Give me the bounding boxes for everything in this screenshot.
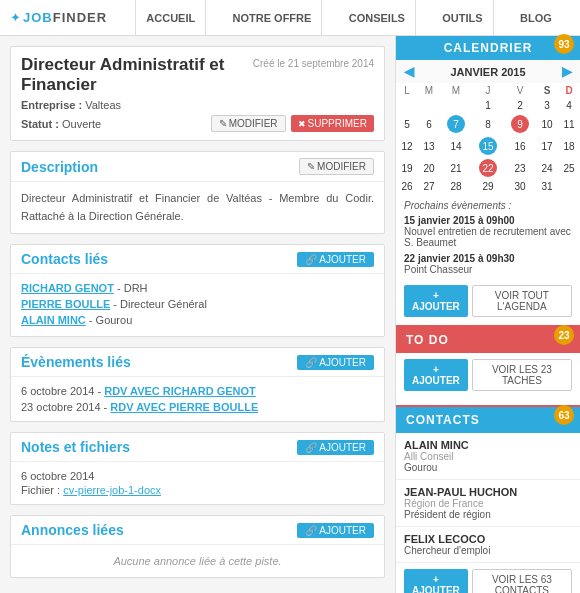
cal-cell[interactable]: 18 [558, 135, 580, 157]
cal-cell[interactable]: 27 [418, 179, 440, 194]
cal-cell[interactable] [418, 98, 440, 113]
description-body: Directeur Administratif et Financier de … [11, 182, 384, 233]
annonces-body: Aucune annonce liée à cette piste. [11, 545, 384, 577]
cal-agenda-button[interactable]: VOIR TOUT L'AGENDA [472, 285, 572, 317]
event-link-2[interactable]: RDV AVEC PIERRE BOULLE [110, 401, 258, 413]
cal-cell[interactable]: 2 [504, 98, 536, 113]
cal-cell[interactable]: 20 [418, 157, 440, 179]
nav-accueil[interactable]: ACCUEIL [135, 0, 206, 36]
contacts-right-widget: CONTACTS 63 ALAIN MINC Alli Conseil Gour… [396, 407, 580, 593]
cal-cell[interactable]: 1 [472, 98, 504, 113]
contact-right-role-1: Gourou [404, 462, 572, 473]
cal-cell[interactable]: 4 [558, 98, 580, 113]
contacts-right-voir-button[interactable]: VOIR LES 63 CONTACTS [472, 569, 572, 593]
todo-taches-button[interactable]: VOIR LES 23 TACHES [472, 359, 572, 391]
cal-cell[interactable]: 26 [396, 179, 418, 194]
cal-cell[interactable]: 8 [472, 113, 504, 135]
cal-week-2: 5 6 7 8 9 10 11 [396, 113, 580, 135]
cal-cell[interactable]: 10 [536, 113, 558, 135]
nav-bar: ACCUEIL NOTRE OFFRE CONSEILS OUTILS BLOG [127, 0, 570, 36]
contact-role-2: Directeur Général [120, 298, 207, 310]
contacts-right-ajouter-button[interactable]: + AJOUTER [404, 569, 468, 593]
cal-ajouter-button[interactable]: + AJOUTER [404, 285, 468, 317]
cal-event-desc-2: Point Chasseur [404, 264, 572, 275]
cal-cell[interactable]: 28 [440, 179, 472, 194]
cal-cell[interactable]: 3 [536, 98, 558, 113]
event-link-1[interactable]: RDV AVEC RICHARD GENOT [104, 385, 256, 397]
cal-cell[interactable]: 21 [440, 157, 472, 179]
annonces-ajouter-button[interactable]: 🔗 AJOUTER [297, 523, 374, 538]
job-action-buttons: ✎ MODIFIER ✖ SUPPRIMER [211, 115, 374, 132]
cal-event-2: 22 janvier 2015 à 09h30 Point Chasseur [404, 253, 572, 275]
contact-right-name-2[interactable]: JEAN-PAUL HUCHON [404, 486, 572, 498]
cal-cell-22[interactable]: 22 [472, 157, 504, 179]
todo-ajouter-button[interactable]: + AJOUTER [404, 359, 468, 391]
cal-cell[interactable]: 14 [440, 135, 472, 157]
contact-right-name-3[interactable]: FELIX LECOCO [404, 533, 572, 545]
cal-cell[interactable]: 23 [504, 157, 536, 179]
contacts-right-action-buttons: + AJOUTER VOIR LES 63 CONTACTS [396, 563, 580, 593]
todo-widget: TO DO 23 + AJOUTER VOIR LES 23 TACHES [396, 327, 580, 407]
contact-right-item-2: JEAN-PAUL HUCHON Région de France Présid… [396, 480, 580, 527]
cal-cell[interactable]: 17 [536, 135, 558, 157]
description-header: Description ✎ MODIFIER [11, 152, 384, 182]
cal-cell[interactable]: 30 [504, 179, 536, 194]
cal-day-m1: M [418, 83, 440, 98]
fichier-link[interactable]: cv-pierre-job-1-docx [63, 484, 161, 496]
cal-today-cell[interactable]: 7 [440, 113, 472, 135]
calendar-header-bar: CALENDRIER [396, 36, 580, 60]
right-panel: CALENDRIER 93 ◀ JANVIER 2015 ▶ L M M J V… [395, 36, 580, 593]
trash-icon: ✖ [298, 119, 306, 129]
cal-cell[interactable]: 29 [472, 179, 504, 194]
evenements-body: 6 octobre 2014 - RDV AVEC RICHARD GENOT … [11, 377, 384, 421]
cal-cell[interactable]: 13 [418, 135, 440, 157]
cal-cell[interactable]: 5 [396, 113, 418, 135]
description-modifier-button[interactable]: ✎ MODIFIER [299, 158, 374, 175]
contacts-header: Contacts liés 🔗 AJOUTER [11, 245, 384, 274]
cal-cell[interactable]: 31 [536, 179, 558, 194]
supprimer-button[interactable]: ✖ SUPPRIMER [291, 115, 374, 132]
cal-next-arrow[interactable]: ▶ [562, 64, 572, 79]
nav-notre-offre[interactable]: NOTRE OFFRE [223, 0, 323, 36]
annonces-section: Annonces liées 🔗 AJOUTER Aucune annonce … [10, 515, 385, 578]
evenements-ajouter-button[interactable]: 🔗 AJOUTER [297, 355, 374, 370]
cal-cell[interactable]: 6 [418, 113, 440, 135]
cal-cell-9[interactable]: 9 [504, 113, 536, 135]
contact-name-1[interactable]: RICHARD GENOT [21, 282, 114, 294]
cal-cell[interactable] [558, 179, 580, 194]
main-layout: Directeur Administratif et Financier Cré… [0, 36, 580, 593]
nav-outils[interactable]: OUTILS [432, 0, 493, 36]
cal-day-l: L [396, 83, 418, 98]
modifier-button[interactable]: ✎ MODIFIER [211, 115, 286, 132]
cal-cell[interactable] [396, 98, 418, 113]
evenements-header: Évènements liés 🔗 AJOUTER [11, 348, 384, 377]
contact-right-name-1[interactable]: ALAIN MINC [404, 439, 572, 451]
cal-cell[interactable]: 16 [504, 135, 536, 157]
left-panel: Directeur Administratif et Financier Cré… [0, 36, 395, 593]
contact-name-2[interactable]: PIERRE BOULLE [21, 298, 110, 310]
annonces-empty: Aucune annonce liée à cette piste. [21, 555, 374, 567]
cal-cell[interactable]: 12 [396, 135, 418, 157]
cal-cell[interactable]: 25 [558, 157, 580, 179]
notes-ajouter-button[interactable]: 🔗 AJOUTER [297, 440, 374, 455]
cal-cell[interactable]: 24 [536, 157, 558, 179]
cal-cell[interactable]: 19 [396, 157, 418, 179]
nav-blog[interactable]: BLOG [510, 0, 562, 36]
contacts-ajouter-button[interactable]: 🔗 AJOUTER [297, 252, 374, 267]
contacts-plus-icon: 🔗 [305, 254, 317, 265]
contacts-body: RICHARD GENOT - DRH PIERRE BOULLE - Dire… [11, 274, 384, 336]
job-title-section: Directeur Administratif et Financier Cré… [10, 46, 385, 141]
created-date: Créé le 21 septembre 2014 [253, 58, 374, 69]
annonces-header: Annonces liées 🔗 AJOUTER [11, 516, 384, 545]
description-section: Description ✎ MODIFIER Directeur Adminis… [10, 151, 385, 234]
cal-cell-15[interactable]: 15 [472, 135, 504, 157]
contact-item-3: ALAIN MINC - Gourou [21, 314, 374, 326]
contact-name-3[interactable]: ALAIN MINC [21, 314, 86, 326]
cal-cell[interactable]: 11 [558, 113, 580, 135]
cal-day-m2: M [440, 83, 472, 98]
cal-cell[interactable] [440, 98, 472, 113]
cal-prev-arrow[interactable]: ◀ [404, 64, 414, 79]
cal-events-title: Prochains évènements : [404, 200, 572, 211]
nav-conseils[interactable]: CONSEILS [339, 0, 416, 36]
cal-day-d: D [558, 83, 580, 98]
